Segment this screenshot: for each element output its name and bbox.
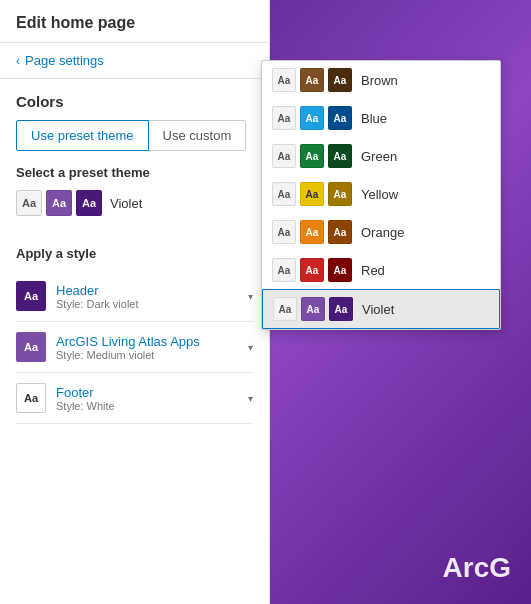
back-link[interactable]: ‹ Page settings [0, 43, 269, 79]
swatch3-green: Aa [328, 144, 352, 168]
swatch2-brown: Aa [300, 68, 324, 92]
colors-section: Colors Use preset theme Use custom Selec… [0, 79, 269, 236]
dropdown-label-yellow: Yellow [361, 187, 398, 202]
style-name-footer[interactable]: Footer [56, 385, 248, 400]
style-sub-footer: Style: White [56, 400, 248, 412]
style-item-header[interactable]: Aa Header Style: Dark violet ▾ [16, 271, 253, 322]
dropdown-label-blue: Blue [361, 111, 387, 126]
swatch3-violet: Aa [329, 297, 353, 321]
dropdown-label-orange: Orange [361, 225, 404, 240]
current-theme-row[interactable]: Aa Aa Aa Violet [16, 190, 253, 216]
swatch2-violet: Aa [301, 297, 325, 321]
dropdown-label-brown: Brown [361, 73, 398, 88]
dropdown-item-orange[interactable]: AaAaAaOrange [262, 213, 500, 251]
style-item-atlas[interactable]: Aa ArcGIS Living Atlas Apps Style: Mediu… [16, 322, 253, 373]
style-text-header: Header Style: Dark violet [56, 283, 248, 310]
swatch1-brown: Aa [272, 68, 296, 92]
dropdown-item-brown[interactable]: AaAaAaBrown [262, 61, 500, 99]
apply-style-section: Apply a style Aa Header Style: Dark viol… [0, 236, 269, 434]
swatch3-yellow: Aa [328, 182, 352, 206]
style-sub-atlas: Style: Medium violet [56, 349, 248, 361]
swatch-medium-violet: Aa [46, 190, 72, 216]
dropdown-item-green[interactable]: AaAaAaGreen [262, 137, 500, 175]
style-name-atlas[interactable]: ArcGIS Living Atlas Apps [56, 334, 248, 349]
style-text-atlas: ArcGIS Living Atlas Apps Style: Medium v… [56, 334, 248, 361]
style-text-footer: Footer Style: White [56, 385, 248, 412]
theme-dropdown: AaAaAaBrownAaAaAaBlueAaAaAaGreenAaAaAaYe… [261, 60, 501, 330]
swatch2-yellow: Aa [300, 182, 324, 206]
theme-label: Violet [110, 196, 142, 211]
chevron-left-icon: ‹ [16, 54, 20, 68]
style-sub-header: Style: Dark violet [56, 298, 248, 310]
swatch1-violet: Aa [273, 297, 297, 321]
swatch2-blue: Aa [300, 106, 324, 130]
preset-theme-title: Select a preset theme [16, 165, 253, 180]
style-icon-footer: Aa [16, 383, 46, 413]
use-custom-button[interactable]: Use custom [149, 120, 247, 151]
dropdown-item-red[interactable]: AaAaAaRed [262, 251, 500, 289]
colors-title: Colors [16, 93, 253, 110]
style-icon-header: Aa [16, 281, 46, 311]
apply-style-title: Apply a style [16, 246, 253, 261]
use-preset-button[interactable]: Use preset theme [16, 120, 149, 151]
chevron-down-icon-header: ▾ [248, 291, 253, 302]
style-name-header[interactable]: Header [56, 283, 248, 298]
theme-buttons: Use preset theme Use custom [16, 120, 253, 151]
swatch2-green: Aa [300, 144, 324, 168]
swatch-dark-violet: Aa [76, 190, 102, 216]
swatch2-orange: Aa [300, 220, 324, 244]
swatch3-red: Aa [328, 258, 352, 282]
swatch2-red: Aa [300, 258, 324, 282]
chevron-down-icon-atlas: ▾ [248, 342, 253, 353]
dropdown-label-red: Red [361, 263, 385, 278]
swatch3-orange: Aa [328, 220, 352, 244]
dropdown-item-blue[interactable]: AaAaAaBlue [262, 99, 500, 137]
page-header: Edit home page [0, 0, 269, 43]
swatch1-yellow: Aa [272, 182, 296, 206]
arc-logo: ArcG [443, 552, 511, 584]
swatch1-green: Aa [272, 144, 296, 168]
style-icon-atlas: Aa [16, 332, 46, 362]
swatch1-orange: Aa [272, 220, 296, 244]
style-item-footer[interactable]: Aa Footer Style: White ▾ [16, 373, 253, 424]
dropdown-item-violet[interactable]: AaAaAaViolet [262, 289, 500, 329]
swatch3-brown: Aa [328, 68, 352, 92]
swatch-light: Aa [16, 190, 42, 216]
swatch1-blue: Aa [272, 106, 296, 130]
main-panel: Edit home page ‹ Page settings Colors Us… [0, 0, 270, 604]
chevron-down-icon-footer: ▾ [248, 393, 253, 404]
swatch1-red: Aa [272, 258, 296, 282]
dropdown-label-green: Green [361, 149, 397, 164]
page-title: Edit home page [16, 14, 135, 31]
swatch3-blue: Aa [328, 106, 352, 130]
dropdown-item-yellow[interactable]: AaAaAaYellow [262, 175, 500, 213]
dropdown-label-violet: Violet [362, 302, 394, 317]
back-label: Page settings [25, 53, 104, 68]
